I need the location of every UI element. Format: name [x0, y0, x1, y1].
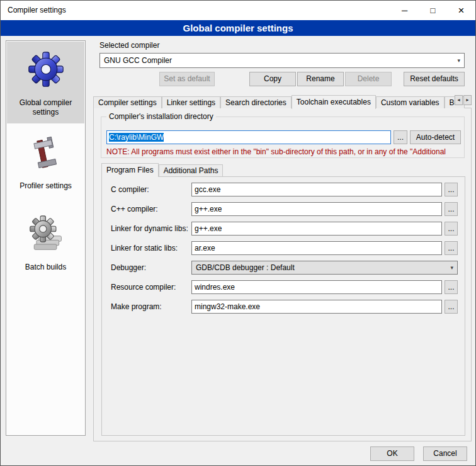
copy-button[interactable]: Copy	[249, 72, 296, 86]
resource-compiler-label: Resource compiler:	[111, 283, 176, 292]
page-title: Global compiler settings	[1, 20, 475, 36]
installation-directory-browse-button[interactable]: ...	[394, 130, 407, 144]
reset-defaults-button[interactable]: Reset defaults	[404, 72, 465, 86]
debugger-label: Debugger:	[111, 263, 146, 272]
rename-button[interactable]: Rename	[297, 72, 344, 86]
gray-gear-stack-icon	[27, 215, 65, 253]
tab-compiler-settings[interactable]: Compiler settings	[93, 96, 162, 108]
minimize-button[interactable]: ─	[390, 1, 419, 20]
make-program-browse-button[interactable]: ...	[445, 300, 458, 314]
c-compiler-input[interactable]	[191, 183, 442, 196]
maximize-button[interactable]: □	[419, 1, 447, 20]
sidebar-item-label: Global compiler settings	[8, 98, 83, 117]
cpp-compiler-browse-button[interactable]: ...	[445, 202, 458, 216]
static-linker-browse-button[interactable]: ...	[445, 241, 458, 255]
debugger-dropdown[interactable]: GDB/CDB debugger : Default ▾	[191, 261, 458, 275]
c-compiler-label: C compiler:	[111, 185, 149, 194]
window-title: Compiler settings	[8, 1, 66, 20]
sidebar-item-batch-builds[interactable]: Batch builds	[6, 210, 85, 272]
tab-scroll-left-button[interactable]: ◄	[455, 95, 463, 105]
installation-directory-groupbox: Compiler's installation directory C:\ray…	[101, 116, 465, 158]
tab-additional-paths[interactable]: Additional Paths	[159, 164, 224, 176]
sidebar-item-label: Batch builds	[25, 263, 66, 272]
settings-tab-strip: Compiler settings Linker settings Search…	[93, 94, 465, 108]
program-files-panel: C compiler: ... C++ compiler: ... Linker…	[101, 176, 465, 436]
tab-linker-settings[interactable]: Linker settings	[162, 96, 220, 108]
tab-scroll-right-button[interactable]: ►	[463, 95, 472, 105]
selected-compiler-label: Selected compiler	[99, 41, 159, 50]
ok-button[interactable]: OK	[370, 446, 414, 461]
static-linker-input[interactable]	[191, 241, 442, 255]
tab-toolchain-executables[interactable]: Toolchain executables	[292, 95, 376, 109]
tab-search-directories[interactable]: Search directories	[220, 96, 292, 108]
auto-detect-button[interactable]: Auto-detect	[410, 130, 461, 144]
cancel-button[interactable]: Cancel	[423, 446, 467, 461]
bin-subdirectory-note: NOTE: All programs must exist either in …	[106, 147, 462, 156]
dynamic-linker-label: Linker for dynamic libs:	[111, 224, 188, 233]
c-compiler-browse-button[interactable]: ...	[445, 183, 458, 196]
tab-custom-variables[interactable]: Custom variables	[376, 96, 445, 108]
debugger-value: GDB/CDB debugger : Default	[196, 263, 446, 272]
program-files-tab-strip: Program Files Additional Paths	[101, 162, 223, 176]
static-linker-label: Linker for static libs:	[111, 244, 178, 253]
sidebar-item-label: Profiler settings	[20, 181, 72, 191]
window-controls: ─ □ ×	[390, 1, 475, 20]
tab-program-files[interactable]: Program Files	[101, 163, 159, 177]
delete-button[interactable]: Delete	[345, 72, 392, 86]
profiler-clamp-icon	[27, 136, 65, 174]
toolchain-executables-panel: Compiler's installation directory C:\ray…	[93, 108, 472, 441]
chevron-down-icon: ▾	[457, 57, 460, 64]
selected-compiler-value: GNU GCC Compiler	[104, 56, 453, 65]
cpp-compiler-input[interactable]	[191, 202, 442, 216]
selected-compiler-dropdown[interactable]: GNU GCC Compiler ▾	[99, 53, 465, 68]
make-program-input[interactable]	[191, 300, 442, 314]
set-as-default-button[interactable]: Set as default	[159, 72, 215, 86]
chevron-down-icon: ▾	[450, 264, 453, 271]
resource-compiler-browse-button[interactable]: ...	[445, 280, 458, 294]
installation-directory-input[interactable]: C:\raylib\MinGW	[106, 130, 391, 144]
sidebar-item-profiler-settings[interactable]: Profiler settings	[6, 131, 85, 191]
title-bar: Compiler settings ─ □ ×	[1, 1, 475, 20]
blue-gear-icon	[27, 50, 65, 88]
sidebar-item-global-compiler-settings[interactable]: Global compiler settings	[7, 42, 84, 123]
dynamic-linker-input[interactable]	[191, 222, 442, 236]
resource-compiler-input[interactable]	[191, 280, 442, 294]
dynamic-linker-browse-button[interactable]: ...	[445, 222, 458, 236]
installation-directory-label: Compiler's installation directory	[106, 112, 216, 121]
compiler-settings-window: Compiler settings ─ □ × Global compiler …	[0, 0, 476, 466]
installation-directory-value: C:\raylib\MinGW	[109, 133, 164, 142]
close-button[interactable]: ×	[447, 1, 475, 20]
cpp-compiler-label: C++ compiler:	[111, 205, 158, 213]
make-program-label: Make program:	[111, 302, 162, 311]
settings-category-sidebar: Global compiler settings Profiler settin…	[6, 40, 86, 436]
